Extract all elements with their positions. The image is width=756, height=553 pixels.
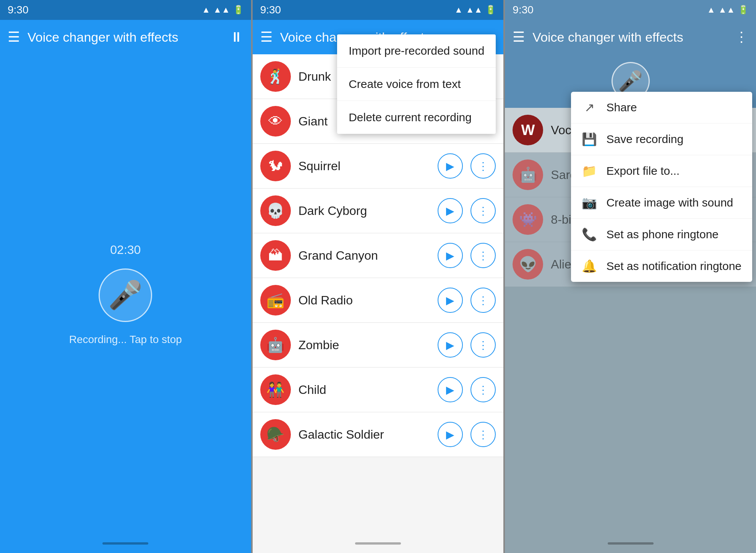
effect-name-zombie: Zombie <box>299 338 430 352</box>
phone-ringtone-icon: 📞 <box>582 227 597 242</box>
bottom-bar-3 <box>505 534 756 553</box>
hamburger-icon-3[interactable]: ☰ <box>513 29 525 45</box>
context-menu-share-label: Share <box>606 101 637 114</box>
effect-name-dark-cyborg: Dark Cyborg <box>299 204 430 218</box>
context-menu-save-label: Save recording <box>606 133 683 146</box>
status-icons-2: ▲ ▲▲ 🔋 <box>454 5 496 15</box>
status-time-2: 9:30 <box>260 4 281 16</box>
wifi-icon-3: ▲ <box>707 5 715 15</box>
effect-icon-alien: 👽 <box>513 249 543 280</box>
effect-icon-vocoder: W <box>513 115 543 145</box>
status-bar-2: 9:30 ▲ ▲▲ 🔋 <box>253 0 504 20</box>
list-item: 💀 Dark Cyborg ▶ ⋮ <box>253 189 504 233</box>
bell-icon: 🔔 <box>582 259 597 273</box>
signal-icon-3: ▲▲ <box>718 5 735 15</box>
context-menu-phone-ringtone-label: Set as phone ringtone <box>606 228 719 241</box>
list-item: 🏔 Grand Canyon ▶ ⋮ <box>253 233 504 278</box>
more-button-grand-canyon[interactable]: ⋮ <box>470 243 496 268</box>
context-menu-export-label: Export file to... <box>606 164 680 177</box>
dropdown-menu: Import pre-recorded sound Create voice f… <box>337 34 496 134</box>
context-menu-share[interactable]: ↗ Share <box>571 92 752 124</box>
effect-icon-drunk: 🕺 <box>260 61 291 92</box>
effect-name-child: Child <box>299 383 430 397</box>
effect-name-grand-canyon: Grand Canyon <box>299 249 430 263</box>
dropdown-delete[interactable]: Delete current recording <box>337 101 496 134</box>
effect-icon-grand-canyon: 🏔 <box>260 240 291 271</box>
battery-icon-2: 🔋 <box>485 5 496 15</box>
effect-name-squirrel: Squirrel <box>299 159 430 173</box>
toolbar-1: ☰ Voice changer with effects ⏸ <box>0 20 251 54</box>
wifi-icon-2: ▲ <box>454 5 463 15</box>
play-button-old-radio[interactable]: ▶ <box>438 288 463 313</box>
effect-icon-squirrel: 🐿 <box>260 151 291 181</box>
bottom-bar-1 <box>0 534 251 553</box>
context-menu-phone-ringtone[interactable]: 📞 Set as phone ringtone <box>571 219 752 250</box>
effect-name-old-radio: Old Radio <box>299 293 430 307</box>
dropdown-import[interactable]: Import pre-recorded sound <box>337 34 496 68</box>
more-button-child[interactable]: ⋮ <box>470 377 496 402</box>
context-menu-create-image[interactable]: 📷 Create image with sound <box>571 187 752 219</box>
battery-icon: 🔋 <box>233 5 243 15</box>
app-title-3: Voice changer with effects <box>532 30 727 45</box>
play-button-galactic-soldier[interactable]: ▶ <box>438 422 463 447</box>
list-item: 🤖 Zombie ▶ ⋮ <box>253 323 504 368</box>
screen-effects-list: 9:30 ▲ ▲▲ 🔋 ☰ Voice changer with effects… <box>253 0 504 553</box>
folder-icon: 📁 <box>582 164 597 178</box>
share-icon: ↗ <box>582 100 597 115</box>
recording-status-text: Recording... Tap to stop <box>69 333 182 346</box>
effect-icon-giant: 👁 <box>260 106 291 137</box>
overflow-icon-3[interactable]: ⋮ <box>735 29 748 45</box>
context-menu-notification-ringtone[interactable]: 🔔 Set as notification ringtone <box>571 250 752 282</box>
play-button-zombie[interactable]: ▶ <box>438 332 463 358</box>
recording-content: 02:30 🎤 Recording... Tap to stop <box>0 54 251 534</box>
screen-context-menu: 9:30 ▲ ▲▲ 🔋 ☰ Voice changer with effects… <box>505 0 756 553</box>
effect-icon-galactic-soldier: 🪖 <box>260 419 291 450</box>
recording-time: 02:30 <box>110 243 141 257</box>
hamburger-icon-2[interactable]: ☰ <box>260 29 273 45</box>
context-menu-save[interactable]: 💾 Save recording <box>571 124 752 155</box>
wifi-icon: ▲ <box>202 5 210 15</box>
status-icons-3: ▲ ▲▲ 🔋 <box>707 5 748 15</box>
effect-icon-child: 👫 <box>260 374 291 405</box>
context-menu-notification-ringtone-label: Set as notification ringtone <box>606 260 741 273</box>
play-button-dark-cyborg[interactable]: ▶ <box>438 198 463 223</box>
effect-icon-old-radio: 📻 <box>260 285 291 316</box>
more-button-old-radio[interactable]: ⋮ <box>470 288 496 313</box>
home-indicator-3 <box>608 542 654 545</box>
play-button-squirrel[interactable]: ▶ <box>438 153 463 179</box>
context-menu-create-image-label: Create image with sound <box>606 196 733 209</box>
status-bar-3: 9:30 ▲ ▲▲ 🔋 <box>505 0 756 20</box>
signal-icon: ▲▲ <box>213 5 230 15</box>
context-menu: ↗ Share 💾 Save recording 📁 Export file t… <box>571 92 752 282</box>
effect-icon-8bit: 👾 <box>513 204 543 235</box>
mic-button[interactable]: 🎤 <box>99 268 152 322</box>
home-indicator-1 <box>102 542 148 545</box>
more-button-zombie[interactable]: ⋮ <box>470 332 496 358</box>
battery-icon-3: 🔋 <box>738 5 748 15</box>
more-button-galactic-soldier[interactable]: ⋮ <box>470 422 496 447</box>
play-button-child[interactable]: ▶ <box>438 377 463 402</box>
status-time-3: 9:30 <box>513 4 534 16</box>
more-button-squirrel[interactable]: ⋮ <box>470 153 496 179</box>
screen-recording: 9:30 ▲ ▲▲ 🔋 ☰ Voice changer with effects… <box>0 0 251 553</box>
more-button-dark-cyborg[interactable]: ⋮ <box>470 198 496 223</box>
toolbar-3: ☰ Voice changer with effects ⋮ <box>505 20 756 54</box>
effect-icon-sarcastic-robot: 🤖 <box>513 159 543 190</box>
effect-name-galactic-soldier: Galactic Soldier <box>299 428 430 442</box>
status-icons-1: ▲ ▲▲ 🔋 <box>202 5 243 15</box>
save-icon: 💾 <box>582 132 597 146</box>
list-item: 🐿 Squirrel ▶ ⋮ <box>253 144 504 189</box>
list-item: 👫 Child ▶ ⋮ <box>253 368 504 412</box>
status-time-1: 9:30 <box>8 4 29 16</box>
header-microphone-icon: 🎤 <box>618 70 643 93</box>
hamburger-icon-1[interactable]: ☰ <box>8 29 20 45</box>
list-item: 📻 Old Radio ▶ ⋮ <box>253 278 504 323</box>
status-bar-1: 9:30 ▲ ▲▲ 🔋 <box>0 0 251 20</box>
context-menu-export[interactable]: 📁 Export file to... <box>571 155 752 187</box>
microphone-icon: 🎤 <box>108 279 143 311</box>
app-title-1: Voice changer with effects <box>28 30 222 45</box>
camera-icon: 📷 <box>582 195 597 210</box>
play-button-grand-canyon[interactable]: ▶ <box>438 243 463 268</box>
pause-icon[interactable]: ⏸ <box>230 29 243 45</box>
dropdown-create-voice[interactable]: Create voice from text <box>337 68 496 101</box>
